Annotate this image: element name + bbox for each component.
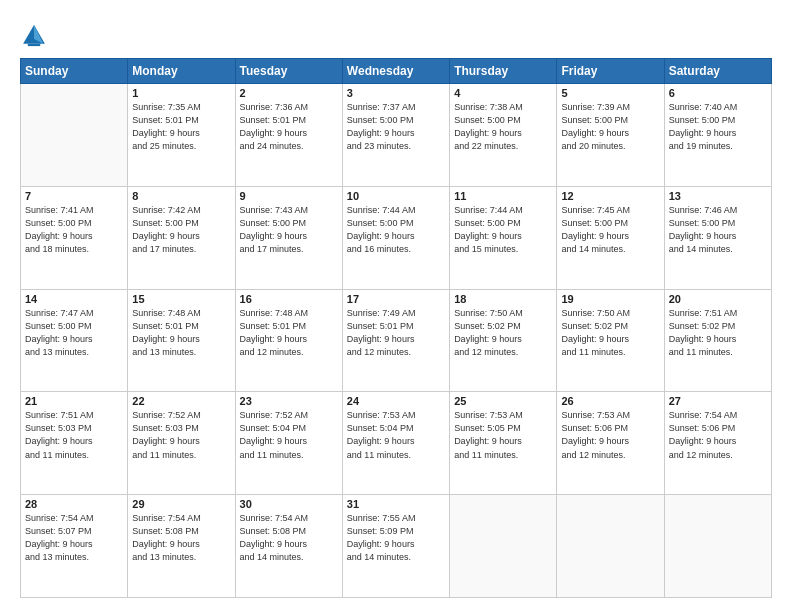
day-info: Sunrise: 7:47 AM Sunset: 5:00 PM Dayligh…	[25, 307, 123, 359]
day-info: Sunrise: 7:36 AM Sunset: 5:01 PM Dayligh…	[240, 101, 338, 153]
calendar-cell: 2Sunrise: 7:36 AM Sunset: 5:01 PM Daylig…	[235, 84, 342, 187]
calendar-day-header: Tuesday	[235, 59, 342, 84]
day-info: Sunrise: 7:54 AM Sunset: 5:08 PM Dayligh…	[132, 512, 230, 564]
day-info: Sunrise: 7:46 AM Sunset: 5:00 PM Dayligh…	[669, 204, 767, 256]
calendar-cell: 20Sunrise: 7:51 AM Sunset: 5:02 PM Dayli…	[664, 289, 771, 392]
calendar-cell: 22Sunrise: 7:52 AM Sunset: 5:03 PM Dayli…	[128, 392, 235, 495]
day-number: 19	[561, 293, 659, 305]
calendar-cell: 17Sunrise: 7:49 AM Sunset: 5:01 PM Dayli…	[342, 289, 449, 392]
day-number: 12	[561, 190, 659, 202]
day-info: Sunrise: 7:54 AM Sunset: 5:06 PM Dayligh…	[669, 409, 767, 461]
calendar-cell	[664, 495, 771, 598]
calendar-cell: 15Sunrise: 7:48 AM Sunset: 5:01 PM Dayli…	[128, 289, 235, 392]
day-info: Sunrise: 7:42 AM Sunset: 5:00 PM Dayligh…	[132, 204, 230, 256]
calendar-week-row: 1Sunrise: 7:35 AM Sunset: 5:01 PM Daylig…	[21, 84, 772, 187]
day-info: Sunrise: 7:44 AM Sunset: 5:00 PM Dayligh…	[454, 204, 552, 256]
logo	[20, 22, 52, 50]
calendar-cell: 4Sunrise: 7:38 AM Sunset: 5:00 PM Daylig…	[450, 84, 557, 187]
day-number: 10	[347, 190, 445, 202]
calendar-week-row: 21Sunrise: 7:51 AM Sunset: 5:03 PM Dayli…	[21, 392, 772, 495]
calendar-day-header: Sunday	[21, 59, 128, 84]
day-number: 13	[669, 190, 767, 202]
day-info: Sunrise: 7:48 AM Sunset: 5:01 PM Dayligh…	[132, 307, 230, 359]
calendar-cell: 14Sunrise: 7:47 AM Sunset: 5:00 PM Dayli…	[21, 289, 128, 392]
calendar-cell: 25Sunrise: 7:53 AM Sunset: 5:05 PM Dayli…	[450, 392, 557, 495]
calendar-week-row: 7Sunrise: 7:41 AM Sunset: 5:00 PM Daylig…	[21, 186, 772, 289]
calendar-cell: 29Sunrise: 7:54 AM Sunset: 5:08 PM Dayli…	[128, 495, 235, 598]
day-number: 23	[240, 395, 338, 407]
calendar-day-header: Monday	[128, 59, 235, 84]
calendar-cell: 27Sunrise: 7:54 AM Sunset: 5:06 PM Dayli…	[664, 392, 771, 495]
calendar-cell: 30Sunrise: 7:54 AM Sunset: 5:08 PM Dayli…	[235, 495, 342, 598]
day-info: Sunrise: 7:52 AM Sunset: 5:03 PM Dayligh…	[132, 409, 230, 461]
calendar-cell: 9Sunrise: 7:43 AM Sunset: 5:00 PM Daylig…	[235, 186, 342, 289]
calendar-cell	[21, 84, 128, 187]
day-number: 5	[561, 87, 659, 99]
day-info: Sunrise: 7:53 AM Sunset: 5:06 PM Dayligh…	[561, 409, 659, 461]
calendar-cell: 23Sunrise: 7:52 AM Sunset: 5:04 PM Dayli…	[235, 392, 342, 495]
calendar-cell: 13Sunrise: 7:46 AM Sunset: 5:00 PM Dayli…	[664, 186, 771, 289]
day-info: Sunrise: 7:53 AM Sunset: 5:05 PM Dayligh…	[454, 409, 552, 461]
day-info: Sunrise: 7:44 AM Sunset: 5:00 PM Dayligh…	[347, 204, 445, 256]
day-number: 8	[132, 190, 230, 202]
calendar-day-header: Friday	[557, 59, 664, 84]
header	[20, 18, 772, 50]
day-number: 15	[132, 293, 230, 305]
day-info: Sunrise: 7:40 AM Sunset: 5:00 PM Dayligh…	[669, 101, 767, 153]
calendar-day-header: Thursday	[450, 59, 557, 84]
day-info: Sunrise: 7:37 AM Sunset: 5:00 PM Dayligh…	[347, 101, 445, 153]
day-number: 1	[132, 87, 230, 99]
calendar-cell	[450, 495, 557, 598]
day-number: 14	[25, 293, 123, 305]
calendar-cell: 12Sunrise: 7:45 AM Sunset: 5:00 PM Dayli…	[557, 186, 664, 289]
day-info: Sunrise: 7:49 AM Sunset: 5:01 PM Dayligh…	[347, 307, 445, 359]
day-number: 26	[561, 395, 659, 407]
calendar-cell: 19Sunrise: 7:50 AM Sunset: 5:02 PM Dayli…	[557, 289, 664, 392]
calendar-cell: 7Sunrise: 7:41 AM Sunset: 5:00 PM Daylig…	[21, 186, 128, 289]
day-number: 18	[454, 293, 552, 305]
day-number: 28	[25, 498, 123, 510]
day-info: Sunrise: 7:51 AM Sunset: 5:03 PM Dayligh…	[25, 409, 123, 461]
day-number: 17	[347, 293, 445, 305]
day-number: 11	[454, 190, 552, 202]
day-info: Sunrise: 7:39 AM Sunset: 5:00 PM Dayligh…	[561, 101, 659, 153]
day-info: Sunrise: 7:35 AM Sunset: 5:01 PM Dayligh…	[132, 101, 230, 153]
calendar-week-row: 28Sunrise: 7:54 AM Sunset: 5:07 PM Dayli…	[21, 495, 772, 598]
day-info: Sunrise: 7:41 AM Sunset: 5:00 PM Dayligh…	[25, 204, 123, 256]
day-number: 20	[669, 293, 767, 305]
day-number: 3	[347, 87, 445, 99]
calendar-cell: 5Sunrise: 7:39 AM Sunset: 5:00 PM Daylig…	[557, 84, 664, 187]
calendar-header-row: SundayMondayTuesdayWednesdayThursdayFrid…	[21, 59, 772, 84]
day-info: Sunrise: 7:48 AM Sunset: 5:01 PM Dayligh…	[240, 307, 338, 359]
calendar-cell: 6Sunrise: 7:40 AM Sunset: 5:00 PM Daylig…	[664, 84, 771, 187]
day-number: 21	[25, 395, 123, 407]
calendar-cell: 31Sunrise: 7:55 AM Sunset: 5:09 PM Dayli…	[342, 495, 449, 598]
calendar-table: SundayMondayTuesdayWednesdayThursdayFrid…	[20, 58, 772, 598]
day-number: 30	[240, 498, 338, 510]
calendar-cell: 11Sunrise: 7:44 AM Sunset: 5:00 PM Dayli…	[450, 186, 557, 289]
calendar-cell: 3Sunrise: 7:37 AM Sunset: 5:00 PM Daylig…	[342, 84, 449, 187]
day-info: Sunrise: 7:52 AM Sunset: 5:04 PM Dayligh…	[240, 409, 338, 461]
calendar-cell: 1Sunrise: 7:35 AM Sunset: 5:01 PM Daylig…	[128, 84, 235, 187]
page: SundayMondayTuesdayWednesdayThursdayFrid…	[0, 0, 792, 612]
day-number: 4	[454, 87, 552, 99]
day-number: 29	[132, 498, 230, 510]
day-info: Sunrise: 7:54 AM Sunset: 5:07 PM Dayligh…	[25, 512, 123, 564]
day-info: Sunrise: 7:38 AM Sunset: 5:00 PM Dayligh…	[454, 101, 552, 153]
day-number: 2	[240, 87, 338, 99]
day-info: Sunrise: 7:54 AM Sunset: 5:08 PM Dayligh…	[240, 512, 338, 564]
day-info: Sunrise: 7:51 AM Sunset: 5:02 PM Dayligh…	[669, 307, 767, 359]
calendar-cell: 21Sunrise: 7:51 AM Sunset: 5:03 PM Dayli…	[21, 392, 128, 495]
calendar-cell: 28Sunrise: 7:54 AM Sunset: 5:07 PM Dayli…	[21, 495, 128, 598]
day-info: Sunrise: 7:45 AM Sunset: 5:00 PM Dayligh…	[561, 204, 659, 256]
day-number: 31	[347, 498, 445, 510]
calendar-cell: 16Sunrise: 7:48 AM Sunset: 5:01 PM Dayli…	[235, 289, 342, 392]
calendar-cell: 8Sunrise: 7:42 AM Sunset: 5:00 PM Daylig…	[128, 186, 235, 289]
calendar-day-header: Wednesday	[342, 59, 449, 84]
svg-rect-2	[28, 44, 40, 46]
day-number: 22	[132, 395, 230, 407]
day-number: 9	[240, 190, 338, 202]
day-info: Sunrise: 7:50 AM Sunset: 5:02 PM Dayligh…	[561, 307, 659, 359]
logo-icon	[20, 22, 48, 50]
day-number: 7	[25, 190, 123, 202]
